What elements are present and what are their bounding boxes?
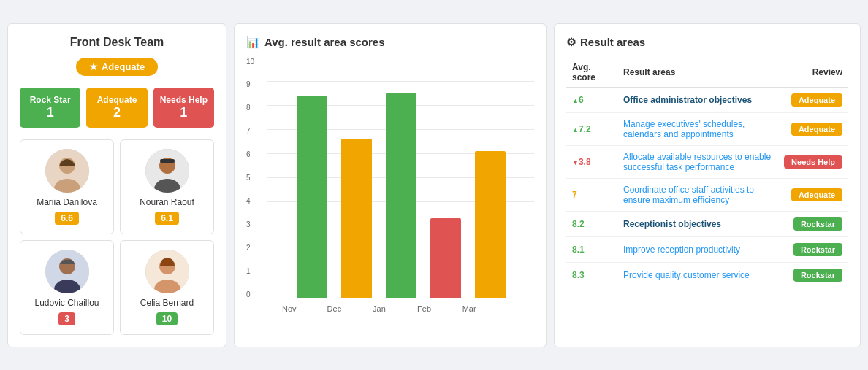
col-avg-score: Avg. score (566, 58, 617, 88)
y-4: 4 (246, 197, 264, 205)
rockstar-stat: Rock Star 1 (20, 88, 80, 128)
review-3: Adequate (778, 178, 848, 211)
rockstar-num: 1 (23, 105, 77, 120)
member-card-0: Mariia Danilova 6.6 (20, 139, 114, 234)
member-name-3: Celia Bernard (140, 298, 194, 308)
bar-nov (297, 96, 327, 298)
score-5: 8.1 (566, 236, 617, 262)
area-5: Improve reception productivity (617, 236, 778, 262)
y-3: 3 (246, 220, 264, 228)
bar-mar (475, 151, 506, 298)
bars-container (267, 58, 534, 298)
review-6: Rockstar (778, 262, 848, 288)
table-row: ▲7.2 Manage executives' schedules, calen… (566, 112, 848, 145)
member-name-2: Ludovic Chaillou (34, 298, 99, 308)
result-areas-panel: ⚙ Result areas Avg. score Result areas R… (554, 23, 861, 347)
area-2: Allocate available resources to enable s… (617, 145, 778, 178)
chart-icon: 📊 (246, 36, 260, 49)
review-4: Rockstar (778, 211, 848, 236)
chart-panel: 📊 Avg. result area scores (234, 23, 547, 347)
left-panel: Front Desk Team ★ Adequate Rock Star 1 A… (7, 23, 226, 347)
x-jan: Jan (364, 304, 395, 313)
main-container: Front Desk Team ★ Adequate Rock Star 1 A… (7, 23, 861, 347)
y-9: 9 (246, 80, 264, 88)
avatar-0 (45, 149, 89, 193)
top-badge-container: ★ Adequate (20, 58, 214, 76)
x-dec: Dec (319, 304, 349, 313)
score-4: 8.2 (566, 211, 617, 236)
y-5: 5 (246, 174, 264, 182)
area-6: Provide quality customer service (617, 262, 778, 288)
y-2: 2 (246, 244, 264, 252)
avatars-grid: Mariia Danilova 6.6 Nouran Raouf 6.1 (20, 139, 214, 335)
avatar-1 (145, 149, 189, 193)
needs-help-num: 1 (157, 105, 210, 120)
member-name-0: Mariia Danilova (37, 197, 97, 207)
adequate-badge: ★ Adequate (76, 58, 158, 76)
y-8: 8 (246, 104, 264, 112)
svg-rect-6 (160, 159, 175, 163)
member-score-1: 6.1 (155, 212, 179, 225)
chart-area: 0 1 2 3 4 5 6 7 8 9 10 Nov Dec Jan Feb M… (246, 58, 534, 328)
score-3: 7 (566, 178, 617, 211)
needs-help-stat: Needs Help 1 (153, 88, 214, 128)
result-areas-title-text: Result areas (580, 36, 645, 48)
review-2: Needs Help (778, 145, 848, 178)
table-row: 8.1 Improve reception productivity Rocks… (566, 236, 848, 262)
table-row: ▼3.8 Allocate available resources to ena… (566, 145, 848, 178)
member-name-1: Nouran Raouf (140, 197, 194, 207)
panel-title: Front Desk Team (20, 36, 214, 49)
avatar-2 (45, 250, 89, 293)
member-card-1: Nouran Raouf 6.1 (120, 139, 214, 234)
review-1: Adequate (778, 112, 848, 145)
avatar-3 (145, 250, 189, 293)
review-5: Rockstar (778, 236, 848, 262)
area-4: Receptionist objectives (617, 211, 778, 236)
needs-help-label: Needs Help (157, 95, 210, 105)
bar-dec-rect (341, 139, 372, 298)
adequate-stat-label: Adequate (90, 95, 143, 105)
y-0: 0 (246, 290, 264, 298)
score-0: ▲6 (566, 87, 617, 112)
x-axis: Nov Dec Jan Feb Mar (246, 301, 534, 313)
table-row: ▲6 Office administrator objectives Adequ… (566, 87, 848, 112)
member-score-2: 3 (58, 312, 75, 325)
bar-dec (341, 139, 372, 298)
star-icon: ★ (89, 61, 98, 72)
y-axis: 0 1 2 3 4 5 6 7 8 9 10 (246, 58, 264, 298)
area-0: Office administrator objectives (617, 87, 778, 112)
rockstar-label: Rock Star (23, 95, 77, 105)
bar-jan (386, 93, 416, 298)
area-1: Manage executives' schedules, calendars … (617, 112, 778, 145)
chart-title-text: Avg. result area scores (264, 36, 385, 48)
table-row: 8.3 Provide quality customer service Roc… (566, 262, 848, 288)
adequate-stat-num: 2 (90, 105, 143, 120)
member-card-3: Celia Bernard 10 (120, 240, 214, 335)
member-score-0: 6.6 (55, 212, 79, 225)
bar-jan-rect (386, 93, 416, 298)
member-card-2: Ludovic Chaillou 3 (20, 240, 114, 335)
bar-feb-rect (430, 218, 461, 298)
bar-feb (430, 218, 461, 298)
member-score-3: 10 (156, 312, 178, 325)
bar-mar-rect (475, 151, 506, 298)
adequate-label: Adequate (102, 61, 145, 72)
y-6: 6 (246, 150, 264, 158)
x-nov: Nov (274, 304, 305, 313)
score-2: ▼3.8 (566, 145, 617, 178)
y-10: 10 (246, 58, 264, 66)
table-row: 8.2 Receptionist objectives Rockstar (566, 211, 848, 236)
chart-title: 📊 Avg. result area scores (246, 36, 534, 49)
bar-nov-rect (297, 96, 327, 298)
col-result-areas: Result areas (617, 58, 778, 88)
x-feb: Feb (409, 304, 440, 313)
table-header-row: Avg. score Result areas Review (566, 58, 848, 88)
result-table: Avg. score Result areas Review ▲6 Office… (566, 58, 848, 288)
area-3: Coordinate office staff activities to en… (617, 178, 778, 211)
review-0: Adequate (778, 87, 848, 112)
table-row: 7 Coordinate office staff activities to … (566, 178, 848, 211)
score-6: 8.3 (566, 262, 617, 288)
y-1: 1 (246, 267, 264, 275)
stats-row: Rock Star 1 Adequate 2 Needs Help 1 (20, 88, 214, 128)
adequate-stat: Adequate 2 (86, 88, 147, 128)
